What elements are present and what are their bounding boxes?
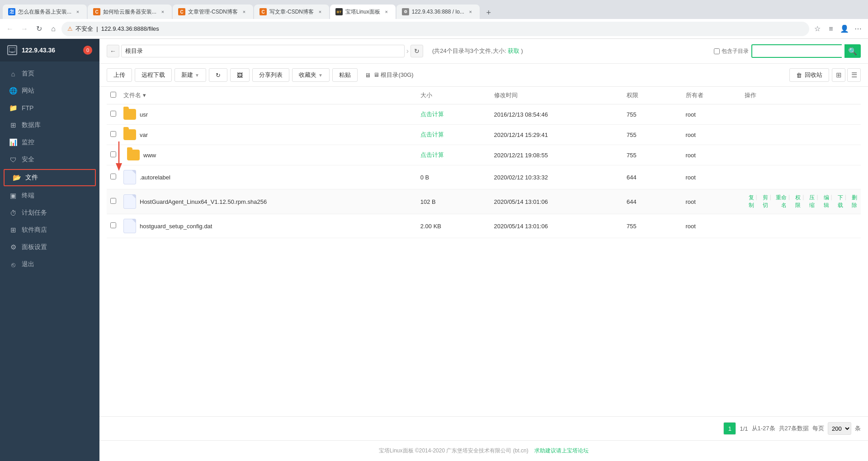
row-checkbox[interactable] [110,151,116,157]
action-重命名[interactable]: 重命名 [773,194,787,209]
row-checkbox[interactable] [110,131,116,137]
sidebar-item-crontab[interactable]: ⏱ 计划任务 [0,204,99,221]
sidebar-item-terminal[interactable]: ▣ 终端 [0,187,99,204]
tab-close-6[interactable]: × [467,8,474,15]
bookmark-star-icon[interactable]: ☆ [811,23,824,35]
sidebar-item-appstore-label: 软件商店 [22,226,47,234]
select-all-checkbox[interactable] [110,92,116,98]
tab-2[interactable]: C 如何给云服务器安装... × [88,5,172,19]
action-编辑[interactable]: 编辑 [820,194,829,209]
calc-size-link[interactable]: 点击计算 [420,131,444,138]
perm-cell: 755 [623,145,682,165]
owner-header[interactable]: 所有者 [682,87,741,104]
refresh-files-button[interactable]: ↻ [209,68,227,82]
home-button[interactable]: ⌂ [47,23,60,35]
page-number-button[interactable]: 1 [723,422,736,435]
file-name-text[interactable]: usr [140,111,148,118]
tab-3[interactable]: C 文章管理-CSDN博客 × [173,5,253,19]
address-bar[interactable]: ⚠ [61,22,809,36]
new-tab-button[interactable]: + [482,6,495,19]
include-subdir-label[interactable]: 包含子目录 [714,47,749,55]
row-checkbox[interactable] [110,222,116,228]
bookmark-list-icon[interactable]: ≡ [825,23,837,35]
list-view-button[interactable]: ☰ [847,68,861,82]
tab-close-4[interactable]: × [316,8,324,15]
sidebar-item-settings-label: 面板设置 [22,243,47,251]
action-权限[interactable]: 权限 [792,194,801,209]
filename-header[interactable]: 文件名 ▾ [120,87,417,104]
action-压缩[interactable]: 压缩 [806,194,815,209]
tab-close-3[interactable]: × [241,8,248,15]
tab-4[interactable]: C 写文章-CSDN博客 × [254,5,329,19]
sidebar-item-monitor[interactable]: 📊 监控 [0,134,99,151]
grid-view-button[interactable]: ⊞ [832,68,845,82]
path-back-button[interactable]: ← [107,45,119,57]
sidebar-item-logout[interactable]: ⎋ 退出 [0,256,99,273]
search-input[interactable] [751,44,842,58]
search-button[interactable]: 🔍 [844,44,861,58]
file-name-text[interactable]: hostguard_setup_config.dat [140,223,212,230]
recycle-button[interactable]: 🗑 回收站 [789,68,829,82]
action-下载[interactable]: 下载 [834,194,843,209]
filename-cell: www [120,145,417,165]
sidebar-item-logout-label: 退出 [22,260,34,268]
paste-button[interactable]: 粘贴 [332,68,358,82]
size-cell: 102 B [417,189,491,214]
screenshot-button[interactable]: 🖼 [230,68,250,82]
action-剪切[interactable]: 剪切 [759,194,768,209]
mtime-header[interactable]: 修改时间 [491,87,623,104]
calc-size-link[interactable]: 点击计算 [420,151,444,158]
view-buttons: ⊞ ☰ [832,68,861,82]
per-page-select[interactable]: 200 100 50 [828,422,851,435]
tab-5[interactable]: BT 宝塔Linux面板 × [330,5,396,19]
reload-button[interactable]: ↻ [33,23,45,35]
path-refresh-button[interactable]: ↻ [410,45,423,57]
new-button[interactable]: 新建 ▼ [175,68,206,82]
path-input[interactable] [121,45,405,57]
sidebar-item-security[interactable]: 🛡 安全 [0,151,99,168]
profile-icon[interactable]: 👤 [838,23,851,35]
sidebar-item-database[interactable]: ⊞ 数据库 [0,117,99,134]
tab-close-5[interactable]: × [383,8,390,15]
tab-6[interactable]: ⚙ 122.9.43.36:888 / lo... × [396,5,480,19]
upload-button[interactable]: 上传 [107,68,132,82]
get-size-link[interactable]: 获取 [508,47,519,54]
sidebar-item-website[interactable]: 🌐 网站 [0,82,99,99]
share-list-button[interactable]: 分享列表 [252,68,289,82]
sidebar-item-home[interactable]: ⌂ 首页 [0,65,99,82]
address-input[interactable] [75,25,803,32]
include-subdir-checkbox[interactable] [714,48,720,54]
sidebar-item-home-label: 首页 [22,70,34,78]
tab-close-1[interactable]: × [74,8,81,15]
file-name-inner: usr [123,109,413,120]
file-name-text[interactable]: HostGuardAgent_Linux64_V1.12.50.rpm.sha2… [140,198,267,205]
file-name-text[interactable]: var [140,132,148,138]
action-删除[interactable]: 删除 [848,194,857,209]
row-checkbox[interactable] [110,111,116,117]
row-checkbox-cell [107,104,120,125]
action-复制[interactable]: 复制 [745,194,754,209]
sidebar-item-ftp[interactable]: 📁 FTP [0,99,99,117]
row-checkbox[interactable] [110,174,116,179]
tab-close-2[interactable]: × [159,8,166,15]
sidebar-item-files[interactable]: 📂 文件 [4,169,96,186]
ops-cell [741,214,861,238]
owner-cell: root [682,214,741,238]
menu-icon[interactable]: ⋯ [852,23,864,35]
remote-download-button[interactable]: 远程下载 [135,68,172,82]
sidebar-item-appstore[interactable]: ⊞ 软件商店 [0,221,99,239]
table-row: www 点击计算 2020/12/21 19:08:55 755 root [107,145,861,165]
perm-header[interactable]: 权限 [623,87,682,104]
back-button[interactable]: ← [4,23,16,35]
forward-button[interactable]: → [18,23,31,35]
favorites-button[interactable]: 收藏夹 ▼ [292,68,330,82]
file-name-text[interactable]: www [143,152,156,159]
tab-1[interactable]: 怎 怎么在服务器上安装... × [3,5,87,19]
row-checkbox[interactable] [110,198,116,204]
ftp-icon: 📁 [9,104,17,112]
file-name-text[interactable]: .autorelabel [140,174,170,181]
calc-size-link[interactable]: 点击计算 [420,111,444,118]
forum-link[interactable]: 求助建议请上宝塔论坛 [534,447,589,454]
size-header[interactable]: 大小 [417,87,491,104]
sidebar-item-settings[interactable]: ⚙ 面板设置 [0,239,99,256]
